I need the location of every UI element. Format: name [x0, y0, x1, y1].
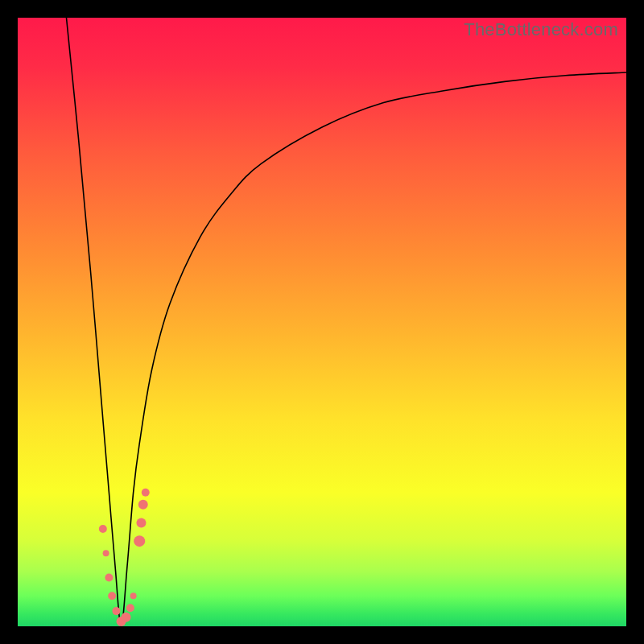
- data-marker: [136, 518, 146, 527]
- data-marker: [108, 592, 116, 600]
- data-marker: [105, 574, 113, 582]
- bottleneck-curve: [66, 18, 626, 626]
- data-marker: [103, 550, 109, 556]
- chart-svg: [18, 18, 626, 626]
- data-marker: [122, 613, 131, 622]
- data-marker: [138, 500, 148, 510]
- chart-frame: TheBottleneck.com: [0, 0, 644, 644]
- data-marker: [142, 489, 150, 497]
- data-marker: [112, 607, 120, 615]
- data-marker: [99, 525, 107, 533]
- data-marker: [130, 592, 137, 599]
- chart-plot-area: TheBottleneck.com: [18, 18, 626, 626]
- data-marker: [134, 535, 145, 547]
- data-marker: [126, 604, 134, 612]
